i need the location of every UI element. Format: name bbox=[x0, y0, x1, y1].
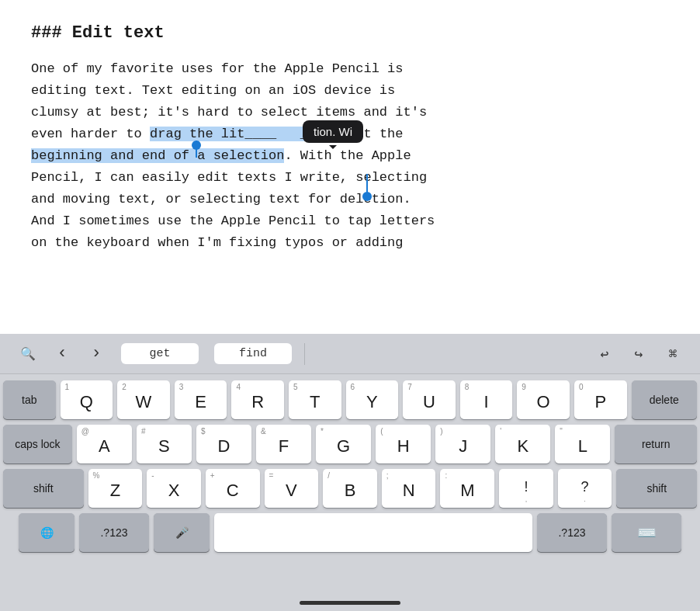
key-f[interactable]: & F bbox=[256, 425, 311, 463]
keyboard-area: 🔍 ‹ › get find ↩ ↪ ⌘ bbox=[0, 334, 700, 611]
key-x[interactable]: - X bbox=[147, 469, 201, 508]
forward-button[interactable]: › bbox=[81, 340, 112, 368]
key-question[interactable]: · ? . bbox=[558, 469, 612, 508]
keys-area: tab 1 Q 2 W 3 E 4 R 5 T 6 bbox=[0, 374, 700, 555]
redo-icon: ↪ bbox=[635, 345, 643, 363]
text-line-8: And I sometimes use the Apple Pencil to … bbox=[31, 210, 669, 232]
selected-overlay: ____ ___ bbox=[244, 127, 324, 141]
key-a[interactable]: @ A bbox=[77, 425, 132, 463]
key-j[interactable]: ) J bbox=[435, 425, 490, 463]
text-line-4-post: ops at the bbox=[324, 127, 403, 141]
key-r[interactable]: 4 R bbox=[231, 380, 284, 419]
key-o[interactable]: 9 O bbox=[517, 380, 570, 419]
key-k[interactable]: ' K bbox=[495, 425, 550, 463]
key-e[interactable]: 3 E bbox=[175, 380, 227, 419]
text-line-7: and moving text, or selecting text for d… bbox=[31, 189, 669, 210]
text-line-9: on the keyboard when I'm fixing typos or… bbox=[31, 232, 669, 254]
key-v[interactable]: = V bbox=[265, 469, 319, 508]
key-m[interactable]: : M bbox=[440, 469, 494, 508]
key-h[interactable]: ( H bbox=[376, 425, 431, 463]
back-icon: ‹ bbox=[57, 344, 67, 363]
key-n[interactable]: ; N bbox=[382, 469, 436, 508]
text-content[interactable]: One of my favorite uses for the Apple Pe… bbox=[31, 58, 669, 254]
key-z[interactable]: % Z bbox=[88, 469, 143, 508]
undo-button[interactable]: ↩ bbox=[590, 340, 619, 368]
space-key[interactable] bbox=[214, 513, 532, 552]
text-line-6: Pencil, I can easily edit texts I write,… bbox=[31, 167, 669, 189]
home-indicator bbox=[300, 601, 400, 605]
key-i[interactable]: 8 I bbox=[460, 380, 513, 419]
key-t[interactable]: 5 T bbox=[289, 380, 341, 419]
key-row-4: 🌐 .?123 🎤 .?123 ⌨️ bbox=[3, 513, 697, 552]
undo-icon: ↩ bbox=[601, 345, 609, 363]
text-line-3: clumsy at best; it's hard to select item… bbox=[31, 102, 669, 123]
key-y[interactable]: 6 Y bbox=[346, 380, 399, 419]
key-row-1: tab 1 Q 2 W 3 E 4 R 5 T 6 bbox=[3, 380, 697, 419]
forward-icon: › bbox=[91, 344, 101, 363]
selection-handle-bottom[interactable] bbox=[362, 192, 372, 201]
toolbar-separator bbox=[304, 343, 305, 365]
key-l[interactable]: " L bbox=[555, 425, 610, 463]
editor-area[interactable]: ### Edit text tion. Wi One of my favorit… bbox=[0, 0, 700, 334]
search-icon: 🔍 bbox=[20, 346, 36, 362]
selected-text-1: drag the lit bbox=[150, 127, 244, 141]
get-search-box[interactable]: get bbox=[121, 343, 199, 364]
caps-lock-key[interactable]: caps lock bbox=[3, 425, 72, 463]
cmd-button[interactable]: ⌘ bbox=[658, 340, 688, 368]
toolbar-left: 🔍 ‹ › get find bbox=[12, 340, 308, 368]
shift-right-key[interactable]: shift bbox=[616, 469, 697, 508]
key-u[interactable]: 7 U bbox=[403, 380, 456, 419]
delete-key[interactable]: delete bbox=[632, 380, 697, 419]
selection-handle-line-top bbox=[196, 141, 197, 158]
key-d[interactable]: $ D bbox=[196, 425, 251, 463]
sym123-right-key[interactable]: .?123 bbox=[537, 513, 607, 552]
heading: ### Edit text bbox=[31, 23, 669, 43]
key-p[interactable]: 0 P bbox=[574, 380, 627, 419]
sym123-left-key[interactable]: .?123 bbox=[79, 513, 149, 552]
mic-key[interactable]: 🎤 bbox=[154, 513, 210, 552]
key-c[interactable]: + C bbox=[206, 469, 260, 508]
key-w[interactable]: 2 W bbox=[117, 380, 170, 419]
key-q[interactable]: 1 Q bbox=[61, 380, 113, 419]
key-exclaim[interactable]: · ! , bbox=[499, 469, 553, 508]
text-line-2: editing text. Text editing on an iOS dev… bbox=[31, 80, 669, 102]
selection-handle-line-bottom bbox=[366, 174, 368, 193]
toolbar-row: 🔍 ‹ › get find ↩ ↪ ⌘ bbox=[0, 334, 700, 374]
key-s[interactable]: # S bbox=[137, 425, 192, 463]
text-line-4: even harder to drag the lit____ ___ops a… bbox=[31, 123, 669, 145]
selected-text-2: beginning and end of a selection bbox=[31, 148, 284, 163]
key-b[interactable]: / B bbox=[323, 469, 377, 508]
key-row-2: caps lock @ A # S $ D & F * G bbox=[3, 425, 697, 463]
globe-key[interactable]: 🌐 bbox=[19, 513, 75, 552]
tab-key[interactable]: tab bbox=[3, 380, 56, 419]
return-key[interactable]: return bbox=[615, 425, 697, 463]
shift-left-key[interactable]: shift bbox=[3, 469, 84, 508]
redo-button[interactable]: ↪ bbox=[624, 340, 653, 368]
back-button[interactable]: ‹ bbox=[47, 340, 78, 368]
hide-keyboard-key[interactable]: ⌨️ bbox=[612, 513, 681, 552]
find-search-box[interactable]: find bbox=[214, 343, 292, 364]
text-line-1: One of my favorite uses for the Apple Pe… bbox=[31, 58, 669, 80]
text-line-5: beginning and end of a selection. With t… bbox=[31, 145, 669, 167]
toolbar-right: ↩ ↪ ⌘ bbox=[590, 340, 688, 368]
key-g[interactable]: * G bbox=[316, 425, 371, 463]
cmd-icon: ⌘ bbox=[669, 345, 677, 363]
key-row-3: shift % Z - X + C = V / B ; bbox=[3, 469, 697, 508]
search-button[interactable]: 🔍 bbox=[12, 340, 43, 368]
